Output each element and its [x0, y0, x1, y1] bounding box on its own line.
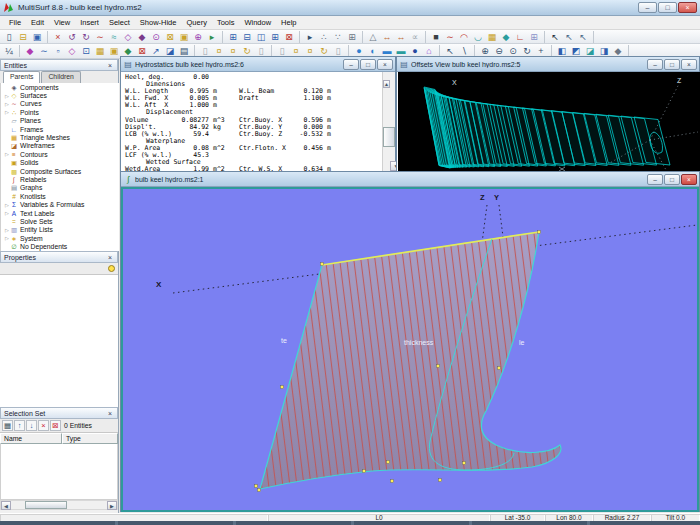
- minimize-button[interactable]: –: [638, 2, 657, 13]
- properties-panel-header[interactable]: Properties ×: [0, 251, 118, 263]
- main-3d-view[interactable]: XZYtethicknessle: [121, 187, 699, 512]
- toolbar1-icon-1-2[interactable]: ↻: [80, 31, 93, 43]
- toolbar2-icon-1-3[interactable]: ◇: [66, 45, 79, 57]
- menu-help[interactable]: Help: [276, 16, 301, 29]
- toolbar1-icon-2-4[interactable]: ⊠: [283, 31, 296, 43]
- sidebar-item-composite-surfaces[interactable]: ▩Composite Surfaces: [1, 167, 119, 175]
- scroll-thumb[interactable]: [383, 127, 395, 147]
- sidebar-item-entity-lists[interactable]: ▷▥Entity Lists: [1, 226, 119, 234]
- toolbar2-icon-1-4[interactable]: ⊡: [80, 45, 93, 57]
- toolbar1-icon-3-2[interactable]: ∵: [332, 31, 345, 43]
- selection-tool-icon-2[interactable]: ↓: [26, 420, 37, 431]
- toolbar2-icon-1-6[interactable]: ▣: [108, 45, 121, 57]
- toolbar2-icon-1-0[interactable]: ◆: [24, 45, 37, 57]
- app-title-bar[interactable]: MultiSurf 8.8 - bulb keel hydro.ms2 – □ …: [0, 0, 700, 16]
- menu-window[interactable]: Window: [239, 16, 276, 29]
- menu-edit[interactable]: Edit: [26, 16, 49, 29]
- menu-select[interactable]: Select: [104, 16, 135, 29]
- minimize-button[interactable]: –: [647, 174, 663, 185]
- toolbar1-icon-1-3[interactable]: ∼: [94, 31, 107, 43]
- toolbar1-icon-5-4[interactable]: ▦: [486, 31, 499, 43]
- toolbar1-icon-3-1[interactable]: ∴: [318, 31, 331, 43]
- sidebar-item-contours[interactable]: ▷≡Contours: [1, 150, 119, 158]
- sidebar-item-wireframes[interactable]: ◪Wireframes: [1, 142, 119, 150]
- scroll-left-icon[interactable]: ◀: [1, 501, 11, 510]
- toolbar1-icon-0-1[interactable]: ⊟: [17, 31, 30, 43]
- bulb-icon[interactable]: [108, 265, 115, 272]
- restore-button[interactable]: □: [658, 2, 677, 13]
- main-view-title-bar[interactable]: ∫ bulb keel hydro.ms2:1 – □ ×: [121, 172, 699, 187]
- sidebar-item-relabels[interactable]: ∫Relabels: [1, 175, 119, 183]
- menu-file[interactable]: File: [4, 16, 26, 29]
- toolbar1-icon-5-3[interactable]: ◡: [472, 31, 485, 43]
- toolbar1-icon-2-3[interactable]: ⊞: [269, 31, 282, 43]
- selection-list[interactable]: [0, 444, 118, 500]
- toolbar1-icon-5-7[interactable]: ⊞: [528, 31, 541, 43]
- menu-tools[interactable]: Tools: [212, 16, 240, 29]
- menu-insert[interactable]: Insert: [75, 16, 104, 29]
- toolbar1-icon-2-1[interactable]: ⊟: [241, 31, 254, 43]
- sidebar-item-no-dependents[interactable]: ∅No Dependents: [1, 242, 119, 250]
- selection-tool-icon-0[interactable]: ▦: [2, 420, 13, 431]
- scroll-right-icon[interactable]: ▶: [107, 501, 117, 510]
- toolbar1-icon-2-0[interactable]: ⊞: [227, 31, 240, 43]
- minimize-button[interactable]: –: [343, 59, 359, 70]
- scroll-up-icon[interactable]: ▲: [383, 80, 390, 88]
- sidebar-item-components[interactable]: ◈Components: [1, 83, 119, 91]
- toolbar1-icon-2-2[interactable]: ◫: [255, 31, 268, 43]
- restore-button[interactable]: □: [664, 174, 680, 185]
- sidebar-item-knotlists[interactable]: #Knotlists: [1, 192, 119, 200]
- close-icon[interactable]: ×: [106, 62, 114, 69]
- close-button[interactable]: ×: [377, 59, 393, 70]
- column-header-name[interactable]: Name: [0, 433, 62, 444]
- toolbar1-icon-3-0[interactable]: ▸: [304, 31, 317, 43]
- close-button[interactable]: ×: [681, 59, 697, 70]
- selection-set-header[interactable]: Selection Set ×: [0, 407, 118, 419]
- toolbar2-icon-1-1[interactable]: ∼: [38, 45, 51, 57]
- close-icon[interactable]: ×: [106, 254, 114, 261]
- restore-button[interactable]: □: [360, 59, 376, 70]
- toolbar1-icon-4-3[interactable]: ∝: [409, 31, 422, 43]
- menu-query[interactable]: Query: [181, 16, 211, 29]
- toolbar1-icon-0-2[interactable]: ▣: [31, 31, 44, 43]
- sidebar-item-planes[interactable]: ▱Planes: [1, 117, 119, 125]
- toolbar1-icon-1-1[interactable]: ↺: [66, 31, 79, 43]
- menu-view[interactable]: View: [49, 16, 75, 29]
- close-button[interactable]: ×: [681, 174, 697, 185]
- selection-tool-icon-4[interactable]: ⊠: [50, 420, 61, 431]
- sidebar-item-curves[interactable]: ▷∼Curves: [1, 100, 119, 108]
- toolbar1-icon-6-1[interactable]: ↖: [563, 31, 576, 43]
- toolbar1-icon-5-2[interactable]: ◠: [458, 31, 471, 43]
- close-icon[interactable]: ×: [106, 410, 114, 417]
- selection-tool-icon-1[interactable]: ↑: [14, 420, 25, 431]
- hydrostatics-title-bar[interactable]: ▤ Hydrostatics bulb keel hydro.ms2:6 – □…: [121, 57, 395, 72]
- toolbar1-icon-1-8[interactable]: ⊠: [164, 31, 177, 43]
- offsets-title-bar[interactable]: ▤ Offsets View bulb keel hydro.ms2:5 – □…: [397, 57, 699, 72]
- toolbar1-icon-5-6[interactable]: ∟: [514, 31, 527, 43]
- hydrostatics-report[interactable]: Heel, deg.0.00DimensionsW.L. Length0.995…: [122, 72, 383, 172]
- sidebar-item-solids[interactable]: ▣Solids: [1, 159, 119, 167]
- toolbar1-icon-1-10[interactable]: ⊕: [192, 31, 205, 43]
- sidebar-item-solve-sets[interactable]: =Solve Sets: [1, 217, 119, 225]
- toolbar1-icon-6-2[interactable]: ↖: [577, 31, 590, 43]
- toolbar1-icon-1-5[interactable]: ◇: [122, 31, 135, 43]
- sidebar-item-points[interactable]: ▷∴Points: [1, 108, 119, 116]
- toolbar1-icon-1-4[interactable]: ≈: [108, 31, 121, 43]
- sidebar-item-system[interactable]: ▷∗System: [1, 234, 119, 242]
- sidebar-item-graphs[interactable]: ▤Graphs: [1, 184, 119, 192]
- toolbar1-icon-6-0[interactable]: ↖: [549, 31, 562, 43]
- hydrostatics-vscrollbar[interactable]: ▲ ▼: [382, 72, 395, 171]
- toolbar1-icon-5-0[interactable]: ■: [430, 31, 443, 43]
- sidebar-item-text-labels[interactable]: ▷AText Labels: [1, 209, 119, 217]
- toolbar2-icon-0-0[interactable]: ¼: [3, 45, 16, 57]
- sidebar-item-surfaces[interactable]: ▷◇Surfaces: [1, 91, 119, 99]
- tab-children[interactable]: Children: [41, 71, 80, 83]
- sidebar-item-frames[interactable]: ∟Frames: [1, 125, 119, 133]
- toolbar2-icon-1-2[interactable]: ▫: [52, 45, 65, 57]
- toolbar1-icon-4-1[interactable]: ↔: [381, 31, 394, 43]
- toolbar1-icon-1-9[interactable]: ▣: [178, 31, 191, 43]
- toolbar1-icon-5-5[interactable]: ◆: [500, 31, 513, 43]
- offsets-wireframe-view[interactable]: XZ: [398, 72, 700, 172]
- close-button[interactable]: ×: [678, 2, 697, 13]
- toolbar1-icon-1-0[interactable]: ×: [52, 31, 65, 43]
